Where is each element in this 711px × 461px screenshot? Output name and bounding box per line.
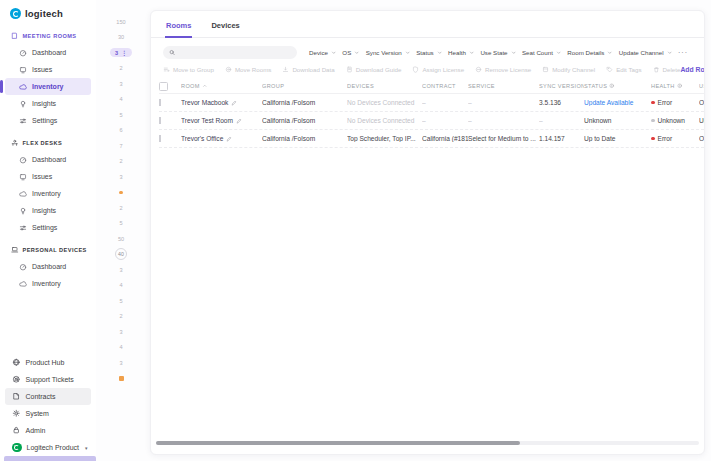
info-icon[interactable] xyxy=(609,83,615,89)
count-value: 4 xyxy=(119,282,122,288)
filter-os[interactable]: OS xyxy=(342,49,359,56)
action-download-guide[interactable]: Download Guide xyxy=(346,66,402,73)
count-value: 5 xyxy=(119,112,122,118)
footer-item-label: Logitech Product xyxy=(27,444,80,451)
horizontal-scrollbar-thumb[interactable] xyxy=(156,441,520,445)
action-label: Download Data xyxy=(292,66,334,73)
column-header-room[interactable]: ROOM xyxy=(181,83,262,89)
sidebar-item-inventory[interactable]: Inventory xyxy=(5,275,91,292)
sidebar-item-dashboard[interactable]: Dashboard xyxy=(5,44,91,61)
sidebar-item-admin[interactable]: Admin xyxy=(5,422,91,439)
filter-label: Status xyxy=(416,49,434,56)
sidebar-item-system[interactable]: System xyxy=(5,405,91,422)
room-name-cell[interactable]: Trevor Macbook xyxy=(181,99,262,106)
count-value: 150 xyxy=(116,19,125,25)
count-row: 4 xyxy=(96,92,146,108)
logo: logitech xyxy=(0,0,96,22)
edit-room-icon[interactable] xyxy=(231,100,237,106)
sidebar-item-contracts[interactable]: Contracts xyxy=(5,388,91,405)
action-modify-channel[interactable]: Modify Channel xyxy=(542,66,595,73)
count-row: 3 xyxy=(96,355,146,371)
service-cell: – xyxy=(468,99,539,106)
edit-room-icon[interactable] xyxy=(236,118,242,124)
action-move-rooms[interactable]: Move Rooms xyxy=(225,66,271,73)
filter-update-channel[interactable]: Update Channel xyxy=(619,49,672,56)
status-cell[interactable]: Update Available xyxy=(584,99,651,106)
sidebar-item-product-hub[interactable]: Product Hub xyxy=(5,354,91,371)
column-header-health: HEALTH xyxy=(651,83,699,89)
sidebar-item-issues[interactable]: Issues xyxy=(5,61,91,78)
column-label: SYNC VERSION xyxy=(539,83,584,89)
search-input[interactable] xyxy=(179,48,291,57)
column-label: HEALTH xyxy=(651,83,675,89)
row-select-cell xyxy=(159,135,181,142)
tab-rooms[interactable]: Rooms xyxy=(165,19,192,38)
action-move-to-group[interactable]: Move to Group xyxy=(163,66,214,73)
add-room-button[interactable]: Add Room xyxy=(680,66,705,73)
action-download-data[interactable]: Download Data xyxy=(282,66,334,73)
filter-sync-version[interactable]: Sync Version xyxy=(366,49,411,56)
action-delete[interactable]: Delete xyxy=(653,66,681,73)
sidebar-item-support-tickets[interactable]: Support Tickets xyxy=(5,371,91,388)
info-icon[interactable] xyxy=(677,83,683,89)
sidebar-item-issues[interactable]: Issues xyxy=(5,168,91,185)
sidebar-item-insights[interactable]: Insights xyxy=(5,202,91,219)
column-header-contract: CONTRACT xyxy=(422,83,468,89)
filter-label: Sync Version xyxy=(366,49,402,56)
count-row: 2 xyxy=(96,154,146,170)
tab-devices[interactable]: Devices xyxy=(210,19,240,37)
action-edit-tags[interactable]: Edit Tags xyxy=(606,66,641,73)
sidebar-item-dashboard[interactable]: Dashboard xyxy=(5,151,91,168)
sidebar-item-settings[interactable]: Settings xyxy=(5,112,91,129)
chevron-down-icon xyxy=(437,50,443,56)
column-label: DEVICES xyxy=(347,83,374,89)
chevron-down-icon xyxy=(469,50,475,56)
selected-count-pill[interactable]: 3⋮ xyxy=(110,48,132,57)
nav-section-label: FLEX DESKS xyxy=(23,140,63,146)
filter-label: Device xyxy=(309,49,328,56)
action-label: Edit Tags xyxy=(616,66,641,73)
sidebar-item-label: Dashboard xyxy=(32,156,66,163)
row-checkbox[interactable] xyxy=(159,135,161,142)
group-cell: California /Folsom xyxy=(262,99,347,106)
chevron-down-icon xyxy=(511,50,517,56)
action-remove-license[interactable]: Remove License xyxy=(475,66,531,73)
row-checkbox[interactable] xyxy=(159,117,161,124)
edit-room-icon[interactable] xyxy=(226,136,232,142)
bulk-action-bar: Move to GroupMove RoomsDownload DataDown… xyxy=(151,62,704,79)
room-name-cell[interactable]: Trevor Test Room xyxy=(181,117,262,124)
row-checkbox[interactable] xyxy=(159,99,161,106)
filter-device[interactable]: Device xyxy=(309,49,336,56)
select-all-checkbox[interactable] xyxy=(159,82,168,91)
sidebar-item-insights[interactable]: Insights xyxy=(5,95,91,112)
health-label: Unknown xyxy=(658,117,686,124)
edit-tags-icon xyxy=(606,66,613,73)
filter-use-state[interactable]: Use State xyxy=(480,49,516,56)
meeting-rooms-icon xyxy=(11,32,19,40)
filter-room-details[interactable]: Room Details xyxy=(567,49,613,56)
nav-section-personal-devices: PERSONAL DEVICES xyxy=(5,242,91,258)
sidebar-item-dashboard[interactable]: Dashboard xyxy=(5,258,91,275)
sidebar-item-settings[interactable]: Settings xyxy=(5,219,91,236)
search-input-wrapper[interactable] xyxy=(163,46,297,59)
filter-health[interactable]: Health xyxy=(448,49,474,56)
footer-item-label: Contracts xyxy=(26,393,56,400)
filter-seat-count[interactable]: Seat Count xyxy=(522,49,561,56)
sidebar-item-inventory[interactable]: Inventory xyxy=(5,78,91,95)
sidebar-item-inventory[interactable]: Inventory xyxy=(5,185,91,202)
filter-status[interactable]: Status xyxy=(416,49,442,56)
sidebar-item-label: Issues xyxy=(32,173,52,180)
sidebar-item-logitech-product[interactable]: Logitech Product▾ xyxy=(5,439,91,456)
count-row: 5 xyxy=(96,107,146,123)
remove-license-icon xyxy=(475,66,482,73)
more-filters-button[interactable]: ··· xyxy=(678,49,688,56)
contract-cell: – xyxy=(422,99,468,106)
action-assign-license[interactable]: Assign License xyxy=(412,66,464,73)
table-row: Trevor Test RoomCalifornia /FolsomNo Dev… xyxy=(159,112,704,130)
footer-item-label: Support Tickets xyxy=(26,376,74,383)
room-name-cell[interactable]: Trevor's Office xyxy=(181,135,262,142)
health-cell: Error xyxy=(651,135,699,142)
column-header-sync-version: SYNC VERSION xyxy=(539,83,584,89)
horizontal-scrollbar-track[interactable] xyxy=(156,441,699,445)
kebab-menu-icon[interactable]: ⋮ xyxy=(121,50,127,56)
